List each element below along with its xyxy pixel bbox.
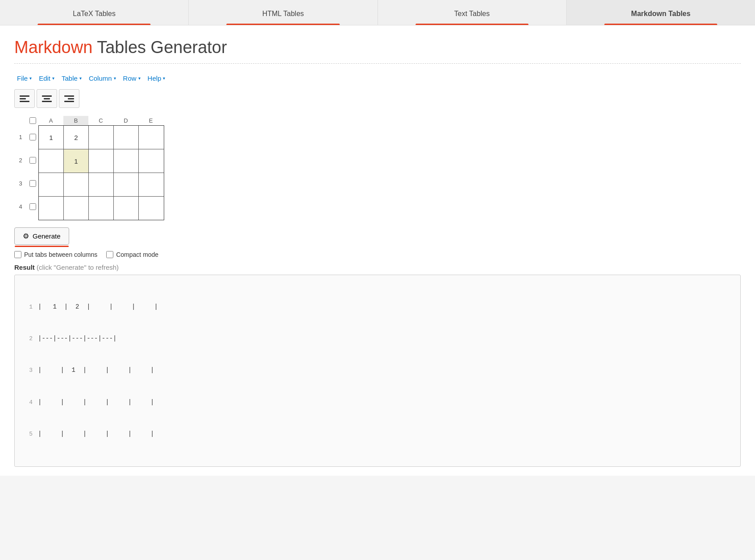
menu-item-table[interactable]: Table▾: [59, 73, 84, 84]
svg-rect-5: [42, 101, 52, 102]
cell-r3c5[interactable]: [139, 173, 164, 196]
col-header-c[interactable]: C: [88, 116, 113, 125]
svg-rect-4: [44, 98, 50, 99]
align-center-button[interactable]: [37, 89, 57, 108]
row-num-2: 2: [14, 148, 27, 172]
row-numbers: 1 2 3 4: [14, 125, 27, 220]
tab-html[interactable]: HTML Tables: [189, 0, 378, 25]
tabs-option-label: Put tabs between columns: [24, 251, 97, 258]
cell-r1c4[interactable]: [114, 126, 139, 149]
col-headers-row: A B C D E: [14, 116, 741, 125]
align-right-button[interactable]: [59, 89, 79, 108]
chevron-icon: ▾: [138, 76, 141, 81]
select-all-checkbox[interactable]: [29, 117, 36, 124]
result-line-3: 3 | | 1 | | | |: [22, 365, 733, 376]
row-checkbox-4[interactable]: [27, 195, 38, 218]
result-box[interactable]: 1 | 1 | 2 | | | | 2 |---|---|---|---|---…: [14, 275, 741, 467]
line-content-2: |---|---|---|---|---|: [38, 334, 116, 344]
result-hint: (click "Generate" to refresh): [37, 264, 119, 271]
cell-r2c1[interactable]: [39, 149, 64, 173]
line-content-3: | | 1 | | | |: [38, 365, 154, 376]
table-row: 1: [39, 149, 164, 173]
table-area: A B C D E 1 2 3 4 1 2: [14, 116, 741, 220]
menu-label-row: Row: [123, 74, 137, 82]
row-num-1: 1: [14, 125, 27, 148]
table-row: [39, 173, 164, 197]
cell-r1c3[interactable]: [89, 126, 114, 149]
cell-r4c1[interactable]: [39, 197, 64, 220]
table-row: [39, 197, 164, 220]
row-checkbox-3[interactable]: [27, 172, 38, 195]
generate-section: ⚙ Generate: [14, 227, 741, 245]
menu-label-file: File: [17, 74, 28, 82]
chevron-icon: ▾: [79, 76, 82, 81]
result-line-1: 1 | 1 | 2 | | | |: [22, 302, 733, 313]
checkbox-col: [27, 125, 38, 220]
menu-item-row[interactable]: Row▾: [120, 73, 143, 84]
line-num-4: 4: [22, 398, 33, 408]
chevron-icon: ▾: [29, 76, 32, 81]
cell-r1c5[interactable]: [139, 126, 164, 149]
svg-rect-2: [20, 101, 29, 102]
col-header-d[interactable]: D: [113, 116, 138, 125]
table-row: 1 2: [39, 126, 164, 149]
row-checkbox-2[interactable]: [27, 148, 38, 172]
options-row: Put tabs between columns Compact mode: [14, 251, 741, 258]
menu-item-column[interactable]: Column▾: [86, 73, 119, 84]
cell-r3c1[interactable]: [39, 173, 64, 196]
cell-r4c3[interactable]: [89, 197, 114, 220]
col-header-e[interactable]: E: [138, 116, 163, 125]
line-num-1: 1: [22, 302, 33, 312]
col-header-a[interactable]: A: [38, 116, 63, 125]
cell-r1c1[interactable]: 1: [39, 126, 64, 149]
cell-r2c4[interactable]: [114, 149, 139, 173]
cell-r4c4[interactable]: [114, 197, 139, 220]
result-line-2: 2 |---|---|---|---|---|: [22, 334, 733, 344]
chevron-icon: ▾: [163, 76, 165, 81]
header-checkbox[interactable]: [27, 117, 38, 124]
cell-r3c2[interactable]: [64, 173, 89, 196]
row-num-4: 4: [14, 195, 27, 218]
line-num-5: 5: [22, 429, 33, 439]
tab-text[interactable]: Text Tables: [378, 0, 567, 25]
menu-bar: File▾Edit▾Table▾Column▾Row▾Help▾: [14, 68, 741, 89]
svg-rect-6: [64, 95, 74, 97]
svg-rect-7: [68, 98, 74, 99]
align-center-icon: [42, 95, 52, 103]
main-content: Markdown Tables Generator File▾Edit▾Tabl…: [0, 25, 755, 476]
svg-rect-8: [64, 101, 74, 102]
cell-r3c4[interactable]: [114, 173, 139, 196]
compact-checkbox[interactable]: [106, 251, 113, 258]
line-content-1: | 1 | 2 | | | |: [38, 302, 158, 313]
align-buttons-group: [14, 89, 741, 108]
cell-r1c2[interactable]: 2: [64, 126, 89, 149]
line-content-4: | | | | | |: [38, 397, 154, 408]
align-right-icon: [64, 95, 74, 103]
chevron-icon: ▾: [52, 76, 54, 81]
menu-label-edit: Edit: [39, 74, 50, 82]
cell-r2c5[interactable]: [139, 149, 164, 173]
cell-r3c3[interactable]: [89, 173, 114, 196]
tabs-checkbox[interactable]: [14, 251, 21, 258]
cell-r4c2[interactable]: [64, 197, 89, 220]
compact-option[interactable]: Compact mode: [106, 251, 158, 258]
row-checkbox-1[interactable]: [27, 125, 38, 148]
tabs-option[interactable]: Put tabs between columns: [14, 251, 97, 258]
cell-r2c3[interactable]: [89, 149, 114, 173]
menu-item-edit[interactable]: Edit▾: [36, 73, 57, 84]
align-left-button[interactable]: [14, 89, 35, 108]
cell-r2c2[interactable]: 1: [64, 149, 89, 173]
row-num-3: 3: [14, 172, 27, 195]
menu-label-help: Help: [148, 74, 162, 82]
cell-r4c5[interactable]: [139, 197, 164, 220]
menu-label-column: Column: [89, 74, 112, 82]
menu-item-help[interactable]: Help▾: [145, 73, 168, 84]
title-highlight: Markdown: [14, 38, 92, 57]
tab-markdown[interactable]: Markdown Tables: [567, 0, 755, 25]
tab-latex[interactable]: LaTeX Tables: [0, 0, 189, 25]
result-line-5: 5 | | | | | |: [22, 429, 733, 440]
svg-rect-0: [20, 95, 29, 97]
generate-button[interactable]: ⚙ Generate: [14, 227, 69, 245]
col-header-b[interactable]: B: [63, 116, 88, 125]
menu-item-file[interactable]: File▾: [14, 73, 34, 84]
